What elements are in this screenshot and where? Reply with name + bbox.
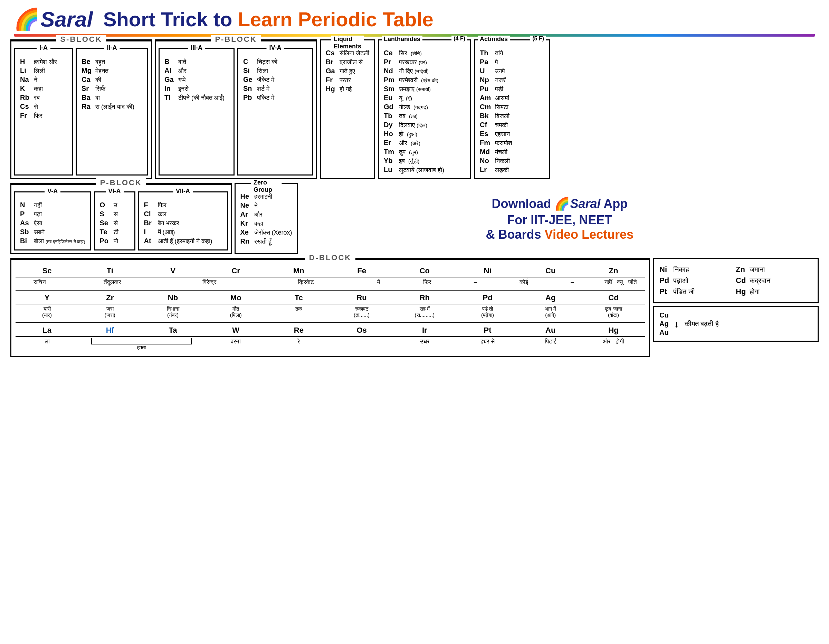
la-Gd: Gdगोल्ड (गदगद) <box>384 103 465 111</box>
d-Ru: Ru <box>330 293 393 302</box>
elem-In: Inइनसे <box>164 85 229 93</box>
elem-Ge: Geजैकेट में <box>243 76 307 84</box>
elem-Ga: Gaगप्पे <box>164 76 229 84</box>
lanthanides-label: Lanthanides <box>382 36 422 43</box>
d-Cd-t: कूद जाना(वांटा) <box>582 306 645 318</box>
d-Ta: Ta <box>141 326 204 335</box>
p-block-top: P-BLOCK III-A Bबातें Alऔर Gaगप्पे Inइनसे… <box>155 39 317 179</box>
metals-table: Ni निकाह Zn जमाना Pd पढ़ाओ Cd कद्रदान Pt… <box>653 258 819 303</box>
d-V-text: विरेन्द्र <box>161 279 257 286</box>
s-block-label: S-BLOCK <box>56 35 106 44</box>
d-Ti: Ti <box>79 267 141 275</box>
la-Lu: Luलुटवाये (लाजवाब हो) <box>384 166 465 174</box>
d-Hg-t: ओर होगी <box>582 338 645 345</box>
d-row1-text: सचिन तेंदुलकर विरेन्द्र क्रिकेट में फिर … <box>16 279 645 287</box>
brand-name: Saral <box>40 7 93 32</box>
d-Zr-t: जरा(जरा) <box>79 306 141 318</box>
zg-Ar: Arऔर <box>240 210 292 218</box>
d-Au: Au <box>519 326 582 335</box>
d-divider1 <box>16 290 645 290</box>
elem-S: Sस <box>100 210 129 218</box>
d-Ni: Ni <box>456 267 519 275</box>
act-Np: Npनजरें <box>480 76 544 84</box>
la-Nd: Ndनौ दिए (नदियाँ) <box>384 67 465 75</box>
elem-N: Nनहीं <box>20 201 85 209</box>
zg-Xe: Xeजेरॉक्स (Xerox) <box>240 228 292 236</box>
elem-Tl: Tlटीपने (की नौबत आई) <box>164 94 229 102</box>
mt-Pt-text: पंडित जी <box>673 288 736 296</box>
d-Mn: Mn <box>267 267 330 275</box>
elem-Al: Alऔर <box>164 67 229 75</box>
la-Sm: Smसमझाए (समायी) <box>384 85 465 93</box>
elem-C: Cचिट्स को <box>243 58 307 66</box>
act-Th: Thतांगे <box>480 49 544 57</box>
d-Co-text: – <box>451 279 500 286</box>
liquid-Fr: Frफरार <box>326 76 369 84</box>
d-La: La <box>16 326 79 335</box>
elem-Cs: Csसे <box>20 103 67 110</box>
elem-O: Oउ <box>100 201 129 209</box>
act-Fm: Fmफरामोश <box>480 139 544 147</box>
mt-Ni-text: निकाह <box>673 266 736 274</box>
elem-At: Atआती हूँ (इरमाइनी ने कहा) <box>144 237 222 245</box>
d-Cu: Cu <box>519 267 582 275</box>
price-box: Cu Ag Au ↓ कीमत बढ़ती है <box>653 306 819 342</box>
la-Er: Erऔर (अरे) <box>384 139 465 147</box>
elem-P: Pपढ़ा <box>20 210 85 218</box>
iia-label: II-A <box>104 44 120 52</box>
d-Tc-t: तक <box>267 306 330 318</box>
d-Fe-text: फिर <box>403 279 451 286</box>
d-Nb-t: निभाना(नंबर) <box>141 306 204 318</box>
liquid-Hg: Hgहो गई <box>326 85 369 93</box>
d-Ag: Ag <box>519 293 582 302</box>
lanthanides-block: Lanthanides (4 F) Ceसिर (सीने) Prपरखकर (… <box>378 39 471 179</box>
elem-Cl: Clकल <box>144 210 222 218</box>
hafta-label: हफ्ता <box>79 344 204 351</box>
act-U: Uउनपे <box>480 67 544 75</box>
d-La-t: ला <box>16 338 79 345</box>
p-block-top-label: P-BLOCK <box>211 35 261 44</box>
d-row3-text: ला हफ्ता वरना रे उधर इधर से पिटाई ओर होग… <box>16 338 645 352</box>
iia-block: II-A Beबहुत Mgमेहनत Caकी Srसिर्फ Baबा Ra… <box>76 48 148 175</box>
d-Tc: Tc <box>267 293 330 302</box>
act-Bk: Bkबिजली <box>480 112 544 120</box>
d-block-label: D-BLOCK <box>305 253 355 262</box>
d-row3-syms: La Hf Ta W Re Os Ir Pt Au Hg <box>16 326 645 337</box>
price-Ag: Ag <box>659 320 669 328</box>
la-Tb: Tbतब (तब) <box>384 112 465 120</box>
la-Yb: Ybइब (यूँ ही) <box>384 157 465 165</box>
d-Rh: Rh <box>393 293 456 302</box>
price-arrow-down: ↓ <box>674 319 679 330</box>
d-divider2 <box>16 322 645 323</box>
d-Fe: Fe <box>330 267 393 275</box>
d-Ti-text: तेंदुलकर <box>64 279 161 286</box>
liquid-block: Liquid Elements Csसेलिना जेटली Brब्राजील… <box>320 39 375 179</box>
mt-Pt: Pt <box>659 287 673 296</box>
elem-As: Asऐसा <box>20 219 85 227</box>
iva-block: IV-A Cचिट्स को Siसिला Geजैकेट में Snशर्ट… <box>237 48 313 175</box>
liquid-label: Liquid Elements <box>331 36 364 50</box>
d-HfTa-t: हफ्ता <box>79 338 204 351</box>
act-Lr: Lrलड़की <box>480 166 544 174</box>
va-block: V-A Nनहीं Pपढ़ा Asऐसा Sbसबने Biबोला (तब … <box>14 191 91 251</box>
mt-Pd-text: पढ़ाओ <box>673 277 736 285</box>
tagline-black: Short Trick to <box>103 8 238 30</box>
download-line2: For IIT-JEE, NEET <box>507 213 612 227</box>
d-Pt: Pt <box>456 326 519 335</box>
liquid-Cs: Csसेलिना जेटली <box>326 49 369 57</box>
d-Cu-text: – <box>548 279 597 286</box>
zg-He: Heहरमाइनी <box>240 193 292 200</box>
mt-row1: Ni निकाह Zn जमाना <box>659 265 812 274</box>
price-Cu: Cu <box>659 311 669 319</box>
viia-label: VII-A <box>173 188 193 195</box>
elem-Po: Poपो <box>100 237 129 245</box>
elem-Mg: Mgमेहनत <box>82 67 142 75</box>
act-Pu: Puपड़ी <box>480 85 544 93</box>
mt-Zn: Zn <box>736 265 750 274</box>
mt-Hg3: Hg <box>736 287 750 296</box>
lanthanides-sublabel: (4 F) <box>451 36 467 42</box>
d-row2-text: यारी(यार) जरा(जरा) निभाना(नंबर) मौत(मिला… <box>16 306 645 320</box>
elem-Sr: Srसिर्फ <box>82 85 142 93</box>
act-Es: Esएहसान <box>480 130 544 138</box>
elem-Ba: Baबा <box>82 94 142 102</box>
